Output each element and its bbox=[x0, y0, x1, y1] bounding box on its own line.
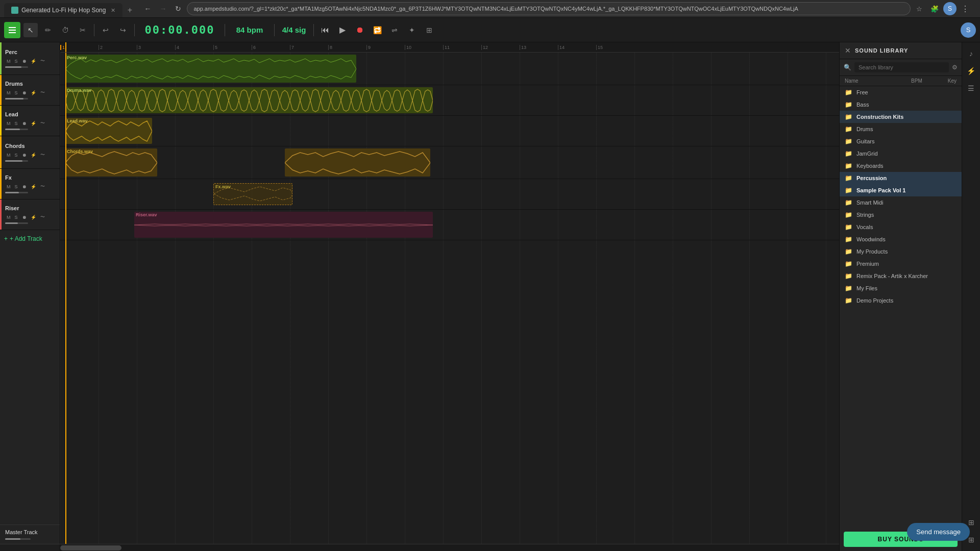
h-scroll-thumb[interactable] bbox=[60, 545, 121, 550]
track-arm-chords[interactable]: ⏺ bbox=[20, 152, 28, 158]
track-expand-fx[interactable]: 〜 bbox=[39, 183, 46, 190]
clock-tool-button[interactable]: ⏱ bbox=[58, 23, 72, 37]
track-solo-lead[interactable]: S bbox=[13, 120, 19, 127]
library-search-input[interactable] bbox=[854, 62, 949, 72]
track-arm-fx[interactable]: ⏺ bbox=[20, 184, 28, 190]
track-mute-perc[interactable]: M bbox=[5, 58, 12, 64]
record-button[interactable]: ⏺ bbox=[353, 23, 367, 37]
master-volume-slider[interactable] bbox=[5, 538, 31, 540]
scissors-tool-button[interactable]: ✂ bbox=[76, 23, 90, 37]
track-mute-lead[interactable]: M bbox=[5, 120, 12, 127]
loop-button[interactable]: 🔁 bbox=[370, 23, 384, 37]
mix-button[interactable]: ⇌ bbox=[387, 23, 402, 37]
library-item-my-files[interactable]: 📁 My Files bbox=[840, 282, 962, 294]
undo-button[interactable]: ↩ bbox=[99, 23, 113, 37]
track-volume-perc[interactable] bbox=[5, 66, 28, 68]
track-expand-drums[interactable]: 〜 bbox=[39, 89, 46, 96]
track-solo-fx[interactable]: S bbox=[13, 184, 19, 190]
library-item-jamgrid[interactable]: 📁 JamGrid bbox=[840, 147, 962, 160]
track-fx-fx[interactable]: ⚡ bbox=[29, 184, 38, 190]
library-filter-icon[interactable]: ⚙ bbox=[952, 64, 958, 71]
bpm-display[interactable]: 84 bpm bbox=[229, 26, 270, 34]
track-mute-fx[interactable]: M bbox=[5, 184, 12, 190]
track-volume-drums[interactable] bbox=[5, 98, 28, 99]
edit-button[interactable]: ✦ bbox=[405, 23, 419, 37]
clip-chords-1[interactable]: Chords.wav bbox=[65, 148, 157, 177]
library-item-sample-pack[interactable]: 📁 Sample Pack Vol 1 bbox=[840, 184, 962, 196]
right-sidebar-btn-1[interactable]: ♪ bbox=[964, 46, 978, 61]
hamburger-button[interactable] bbox=[4, 22, 20, 38]
bottom-scrollbar[interactable] bbox=[0, 544, 839, 551]
track-expand-lead[interactable]: 〜 bbox=[39, 119, 46, 127]
play-button[interactable]: ▶ bbox=[335, 23, 350, 37]
library-item-construction[interactable]: 📁 Construction Kits bbox=[840, 111, 962, 123]
track-lane-fx[interactable]: Fx.wav bbox=[60, 179, 839, 210]
empty-track-area[interactable] bbox=[60, 240, 839, 544]
library-item-strings[interactable]: 📁 Strings bbox=[840, 209, 962, 221]
user-avatar[interactable]: S bbox=[943, 2, 957, 15]
track-lane-chords[interactable]: Chords.wav bbox=[60, 146, 839, 179]
library-close-icon[interactable]: ✕ bbox=[845, 46, 851, 55]
track-expand-chords[interactable]: 〜 bbox=[39, 151, 46, 159]
track-solo-riser[interactable]: S bbox=[13, 214, 19, 220]
track-arm-drums[interactable]: ⏺ bbox=[20, 90, 28, 96]
track-solo-perc[interactable]: S bbox=[13, 58, 19, 64]
new-tab-button[interactable]: + bbox=[122, 3, 137, 17]
library-item-woodwinds[interactable]: 📁 Woodwinds bbox=[840, 233, 962, 245]
right-sidebar-btn-2[interactable]: ⚡ bbox=[964, 64, 978, 78]
browser-tab[interactable]: Generated Lo-Fi Hip Hop Song ✕ bbox=[4, 3, 122, 17]
track-arm-perc[interactable]: ⏺ bbox=[20, 58, 28, 64]
send-message-button[interactable]: Send message bbox=[907, 523, 970, 541]
bookmark-button[interactable]: ☆ bbox=[913, 2, 926, 15]
tab-close-icon[interactable]: ✕ bbox=[111, 7, 115, 14]
redo-button[interactable]: ↪ bbox=[116, 23, 130, 37]
user-avatar-toolbar[interactable]: S bbox=[961, 22, 976, 38]
browser-menu-button[interactable]: ⋮ bbox=[959, 2, 972, 15]
library-item-drums[interactable]: 📁 Drums bbox=[840, 123, 962, 135]
extensions-button[interactable]: 🧩 bbox=[928, 2, 941, 15]
back-button[interactable]: ← bbox=[141, 2, 154, 15]
library-item-bass[interactable]: 📁 Bass bbox=[840, 98, 962, 111]
track-mute-drums[interactable]: M bbox=[5, 90, 12, 96]
signature-display[interactable]: 4/4 sig bbox=[279, 26, 309, 34]
library-item-my-products[interactable]: 📁 My Products bbox=[840, 245, 962, 258]
track-volume-lead[interactable] bbox=[5, 129, 28, 130]
grid-button[interactable]: ⊞ bbox=[422, 23, 436, 37]
track-expand-perc[interactable]: 〜 bbox=[39, 57, 46, 65]
library-item-demo-projects[interactable]: 📁 Demo Projects bbox=[840, 294, 962, 307]
track-fx-riser[interactable]: ⚡ bbox=[29, 214, 38, 220]
pencil-tool-button[interactable]: ✏ bbox=[41, 23, 55, 37]
clip-lead-1[interactable]: Lead.wav bbox=[65, 118, 152, 144]
track-fx-chords[interactable]: ⚡ bbox=[29, 152, 38, 158]
clip-riser-1[interactable]: Riser.wav bbox=[134, 212, 433, 238]
track-lane-drums[interactable]: Drums.wav bbox=[60, 85, 839, 116]
library-item-keyboards[interactable]: 📁 Keyboards bbox=[840, 160, 962, 172]
clip-perc-1[interactable]: Perc.wav bbox=[65, 55, 356, 83]
add-track-button[interactable]: + + Add Track bbox=[0, 230, 60, 247]
track-mute-riser[interactable]: M bbox=[5, 214, 12, 220]
track-lane-lead[interactable]: Lead.wav bbox=[60, 116, 839, 146]
select-tool-button[interactable]: ↖ bbox=[23, 23, 38, 37]
track-arm-riser[interactable]: ⏺ bbox=[20, 214, 28, 220]
address-bar[interactable]: app.ampedstudio.com/?_gl=1*zkt20c*_ga*MT… bbox=[187, 2, 911, 15]
clip-drums-1[interactable]: Drums.wav bbox=[65, 87, 433, 113]
clip-chords-2[interactable] bbox=[285, 148, 430, 177]
reload-button[interactable]: ↻ bbox=[172, 2, 185, 15]
library-item-remix-pack[interactable]: 📁 Remix Pack - Artik x Karcher bbox=[840, 270, 962, 282]
clip-fx-1[interactable]: Fx.wav bbox=[213, 183, 292, 205]
library-item-guitars[interactable]: 📁 Guitars bbox=[840, 135, 962, 147]
rewind-button[interactable]: ⏮ bbox=[318, 23, 332, 37]
track-lane-perc[interactable]: Perc.wav bbox=[60, 53, 839, 85]
track-fx-lead[interactable]: ⚡ bbox=[29, 120, 38, 127]
track-solo-chords[interactable]: S bbox=[13, 152, 19, 158]
track-fx-drums[interactable]: ⚡ bbox=[29, 90, 38, 96]
right-sidebar-btn-3[interactable]: ☰ bbox=[964, 81, 978, 95]
library-item-premium[interactable]: 📁 Premium bbox=[840, 258, 962, 270]
track-volume-fx[interactable] bbox=[5, 192, 28, 193]
track-volume-riser[interactable] bbox=[5, 222, 28, 224]
track-volume-chords[interactable] bbox=[5, 160, 28, 162]
library-item-percussion[interactable]: 📁 Percussion bbox=[840, 172, 962, 184]
track-fx-perc[interactable]: ⚡ bbox=[29, 58, 38, 64]
library-item-vocals[interactable]: 📁 Vocals bbox=[840, 221, 962, 233]
track-mute-chords[interactable]: M bbox=[5, 152, 12, 158]
